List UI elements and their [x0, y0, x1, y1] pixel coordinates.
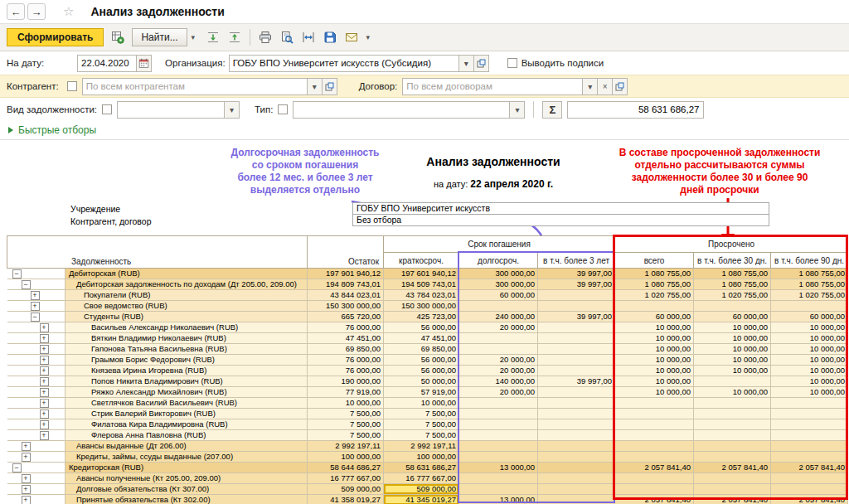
table-row[interactable]: +Попов Никита Владимирович (RUB)190 000,…	[7, 376, 848, 387]
debt-name-cell[interactable]: Флерова Анна Павловна (RUB)	[65, 430, 308, 441]
table-row[interactable]: +Стрик Валерий Викторович (RUB)7 500,007…	[7, 409, 848, 419]
expand-group-icon[interactable]: +	[22, 442, 31, 451]
expand-group-icon[interactable]: +	[40, 366, 49, 376]
amount-cell[interactable]: 240 000,00	[459, 312, 538, 322]
amount-cell[interactable]: 194 809 743,01	[308, 279, 384, 290]
amount-cell[interactable]	[615, 473, 694, 484]
debt-name-cell[interactable]: Васильев Александр Николаевич (RUB)	[65, 322, 308, 333]
amount-cell[interactable]: 10 000,00	[694, 344, 771, 355]
debt-name-cell[interactable]: Авансы выданные (Дт 206.00)	[65, 441, 308, 452]
type-checkbox[interactable]	[278, 104, 288, 114]
amount-cell[interactable]: 1 080 755,00	[694, 269, 771, 279]
amount-cell[interactable]	[771, 430, 848, 441]
expand-group-icon[interactable]: +	[40, 334, 49, 343]
table-row[interactable]: +Вяткин Владимир Николаевич (RUB)47 451,…	[7, 333, 848, 344]
amount-cell[interactable]	[459, 333, 538, 344]
amount-cell[interactable]: 1 080 755,00	[694, 279, 771, 290]
debt-name-cell[interactable]: Кредиторская (RUB)	[65, 463, 308, 473]
amount-cell[interactable]: 10 000,00	[615, 366, 694, 376]
amount-cell[interactable]	[615, 484, 694, 495]
amount-cell[interactable]	[538, 419, 615, 430]
expand-group-icon[interactable]: +	[31, 302, 40, 311]
amount-cell[interactable]	[694, 473, 771, 484]
email-menu-button[interactable]: ▾	[362, 27, 374, 47]
amount-cell[interactable]	[615, 301, 694, 312]
debt-name-cell[interactable]: Дебиторская (RUB)	[65, 269, 308, 279]
amount-cell[interactable]: 1 080 755,00	[615, 269, 694, 279]
amount-cell[interactable]	[538, 495, 615, 504]
amount-cell[interactable]: 76 000,00	[308, 366, 384, 376]
amount-cell[interactable]	[538, 333, 615, 344]
amount-cell[interactable]: 7 500,00	[308, 409, 384, 419]
amount-cell[interactable]: 16 777 667,00	[384, 473, 459, 484]
amount-cell[interactable]: 16 777 667,00	[308, 473, 384, 484]
amount-cell[interactable]: 10 000,00	[694, 355, 771, 366]
amount-cell[interactable]: 194 509 743,01	[384, 279, 459, 290]
debt-kind-combo[interactable]	[117, 101, 225, 119]
amount-cell[interactable]: 39 997,00	[538, 269, 615, 279]
amount-cell[interactable]	[771, 441, 848, 452]
amount-cell[interactable]: 10 000,00	[771, 376, 848, 387]
collapse-group-icon[interactable]: −	[12, 269, 22, 279]
amount-cell[interactable]: 1 080 755,00	[771, 269, 848, 279]
amount-cell[interactable]: 7 500,00	[308, 419, 384, 430]
amount-cell[interactable]: 100 000,00	[384, 452, 459, 463]
debt-name-cell[interactable]: Свое ведомство (RUB)	[65, 301, 308, 312]
find-menu-button[interactable]: ▾	[187, 27, 199, 47]
table-row[interactable]: +Флерова Анна Павловна (RUB)7 500,007 50…	[7, 430, 848, 441]
amount-cell[interactable]: 2 992 197,11	[308, 441, 384, 452]
expand-group-icon[interactable]: +	[40, 377, 49, 386]
amount-cell[interactable]: 39 997,00	[538, 312, 615, 322]
amount-cell[interactable]: 1 080 755,00	[771, 279, 848, 290]
amount-cell[interactable]: 10 000,00	[771, 344, 848, 355]
expand-group-icon[interactable]: +	[22, 485, 31, 494]
amount-cell[interactable]: 1 020 755,00	[771, 290, 848, 301]
debt-kind-checkbox[interactable]	[102, 104, 112, 114]
amount-cell[interactable]: 2 057 841,40	[694, 463, 771, 473]
counterparty-input[interactable]: По всем контрагентам	[82, 78, 308, 95]
amount-cell[interactable]: 76 000,00	[308, 355, 384, 366]
favorite-star-icon[interactable]: ☆	[63, 4, 74, 19]
amount-cell[interactable]: 509 000,00	[308, 484, 384, 495]
table-row[interactable]: +Васильев Александр Николаевич (RUB)76 0…	[7, 322, 848, 333]
expand-group-icon[interactable]: +	[40, 356, 49, 365]
table-row[interactable]: −Студенты (RUB)665 720,00425 723,00240 0…	[7, 312, 848, 322]
table-row[interactable]: +Принятые обязательства (Кт 302.00)41 35…	[7, 495, 848, 504]
amount-cell[interactable]: 60 000,00	[771, 312, 848, 322]
amount-cell[interactable]: 140 000,00	[459, 376, 538, 387]
debt-name-cell[interactable]: Кредиты, займы, ссуды выданные (207.00)	[65, 452, 308, 463]
table-row[interactable]: +Кредиты, займы, ссуды выданные (207.00)…	[7, 452, 848, 463]
amount-cell[interactable]	[538, 355, 615, 366]
amount-cell[interactable]	[615, 419, 694, 430]
amount-cell[interactable]: 665 720,00	[308, 312, 384, 322]
table-row[interactable]: +Свое ведомство (RUB)150 300 000,00150 3…	[7, 301, 848, 312]
amount-cell[interactable]	[459, 344, 538, 355]
debt-name-cell[interactable]: Покупатели (RUB)	[65, 290, 308, 301]
amount-cell[interactable]: 20 000,00	[459, 387, 538, 398]
amount-cell[interactable]: 76 000,00	[308, 322, 384, 333]
amount-cell[interactable]: 77 919,00	[308, 387, 384, 398]
save-button[interactable]	[319, 27, 341, 47]
amount-cell[interactable]	[538, 473, 615, 484]
amount-cell[interactable]: 7 500,00	[308, 430, 384, 441]
collapse-group-icon[interactable]: −	[31, 313, 40, 322]
counterparty-checkbox[interactable]	[67, 81, 77, 91]
counterparty-dropdown-button[interactable]: ▾	[308, 78, 323, 95]
amount-cell[interactable]: 2 057 841,40	[771, 463, 848, 473]
amount-cell[interactable]	[538, 366, 615, 376]
amount-cell[interactable]	[538, 484, 615, 495]
table-row[interactable]: −Кредиторская (RUB)58 644 686,2758 631 6…	[7, 463, 848, 473]
amount-cell[interactable]: 60 000,00	[694, 312, 771, 322]
amount-cell[interactable]	[538, 463, 615, 473]
send-email-button[interactable]	[341, 27, 362, 47]
table-row[interactable]: +Долговые обязательства (Кт 307.00)509 0…	[7, 484, 848, 495]
amount-cell[interactable]	[538, 430, 615, 441]
debt-name-cell[interactable]: Принятые обязательства (Кт 302.00)	[65, 495, 308, 504]
amount-cell[interactable]	[459, 430, 538, 441]
amount-cell[interactable]: 1 020 755,00	[694, 290, 771, 301]
amount-cell[interactable]: 425 723,00	[384, 312, 459, 322]
institution-value[interactable]: ГОБУ ВПО Университет искусств	[352, 202, 769, 215]
amount-cell[interactable]: 197 601 940,12	[384, 269, 459, 279]
table-row[interactable]: −Дебиторская задолженность по доходам (Д…	[7, 279, 848, 290]
sum-button[interactable]: Σ	[542, 101, 562, 119]
